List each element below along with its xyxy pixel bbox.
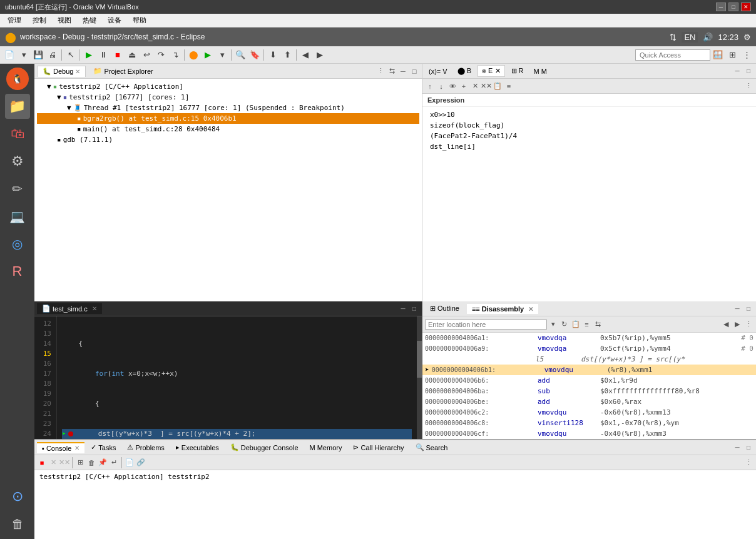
console-remove[interactable]: ✕ [48,458,58,468]
location-dropdown[interactable]: ▾ [548,320,558,330]
registers-tab[interactable]: ⊞ R [508,66,528,76]
expr-add[interactable]: + [459,81,469,91]
disassembly-tab[interactable]: ≡≡ Disassembly ✕ [467,304,538,314]
code-tab-close[interactable]: ✕ [92,305,97,312]
console-minimize[interactable]: ─ [732,443,742,453]
menu-item-help[interactable]: 帮助 [128,14,151,26]
expr-item-1[interactable]: sizeof(block_flag) [425,120,753,131]
save-button[interactable]: 💾 [31,48,45,62]
restore-button[interactable]: □ [728,3,738,11]
perspective-menu[interactable]: ⋮ [740,48,753,62]
step-over[interactable]: ↷ [154,48,168,62]
stop-button[interactable]: ■ [111,48,125,62]
new-perspective[interactable]: ⊞ [725,48,739,62]
dis-view-menu[interactable]: ⋮ [743,320,753,330]
quick-access-input[interactable] [635,49,710,61]
console-scroll-lock[interactable]: ⊞ [75,458,85,468]
tree-item-app[interactable]: ▼ ▪ teststrip2 [C/C++ Application] [37,81,419,92]
vars-tab[interactable]: (x)= V [425,66,451,76]
expr-maximize[interactable]: □ [743,66,753,76]
step-return[interactable]: ↩ [140,48,153,62]
console-maximize[interactable]: □ [743,443,753,453]
debug-button[interactable]: ⬤ [186,48,200,62]
sidebar-terminal[interactable]: 💻 [5,204,30,229]
prev-annot[interactable]: ⬆ [280,48,294,62]
dis-mixed[interactable]: ≡ [582,320,592,330]
pause-button[interactable]: ⏸ [96,48,110,62]
console-tab-memory[interactable]: M Memory [305,443,347,453]
console-pin[interactable]: 📌 [98,458,108,468]
console-word-wrap[interactable]: ↵ [109,458,119,468]
dis-row-0[interactable]: 00000000004006a1: vmovdqa 0x5b7(%rip),%y… [422,333,756,343]
expr-delete[interactable]: ✕ [470,81,480,91]
sidebar-network[interactable]: ◎ [5,231,30,256]
cursor-tool[interactable]: ↖ [64,48,78,62]
disassembly-content[interactable]: 00000000004006a1: vmovdqa 0x5b7(%rip),%y… [422,333,756,439]
debug-maximize[interactable]: □ [409,66,419,76]
menu-item-hotkey[interactable]: 热键 [78,14,101,26]
expr-format[interactable]: ≡ [504,81,514,91]
menu-item-manage[interactable]: 管理 [3,14,26,26]
dis-sync[interactable]: ⇆ [593,320,603,330]
outline-tab[interactable]: ⊞ Outline [425,303,464,314]
menu-item-control[interactable]: 控制 [28,14,51,26]
disassembly-tab-close[interactable]: ✕ [528,306,533,313]
dis-row-4[interactable]: 00000000004006ba: sub $0xfffffffffffffff… [422,386,756,396]
bookmark[interactable]: 🔖 [248,48,262,62]
expr-watch[interactable]: 👁 [447,81,457,91]
search-button[interactable]: 🔍 [233,48,247,62]
next-annot[interactable]: ⬇ [266,48,280,62]
open-perspective[interactable]: 🪟 [711,48,725,62]
debug-view-menu[interactable]: ⋮ [375,66,386,76]
console-tab-search[interactable]: 🔍 Search [411,442,453,453]
sidebar-settings[interactable]: ⚙ [5,149,30,174]
resume-button[interactable]: ▶ [82,48,96,62]
print-button[interactable]: 🖨 [46,48,59,62]
sidebar-app2[interactable]: R [5,259,30,284]
tree-item-frame1[interactable]: ▪ bgra2rgb() at test_simd.c:15 0x4006b1 [37,113,419,124]
expr-view-menu[interactable]: ⋮ [743,81,753,91]
sidebar-store[interactable]: 🛍 [5,121,30,146]
console-tab-executables[interactable]: ▸ Executables [171,442,224,453]
outline-maximize[interactable]: □ [743,304,753,314]
console-open-file[interactable]: 📄 [125,458,135,468]
expr-delete-all[interactable]: ✕✕ [481,81,491,91]
window-controls[interactable]: ─ □ ✕ [716,3,751,11]
expr-item-3[interactable]: dst_line[i] [425,141,753,152]
tree-item-process[interactable]: ▼ ▪ teststrip2 [16777] [cores: 1] [37,92,419,103]
console-view-menu[interactable]: ⋮ [743,458,753,468]
sidebar-files[interactable]: 📁 [5,94,30,119]
code-lines[interactable]: { for(int x=0;x<w;++x) { ➤ dst[(y*w+x)*3… [57,316,417,439]
new-button[interactable]: 📄 [3,48,16,62]
connect-streams[interactable]: ⇆ [387,66,397,76]
code-maximize[interactable]: □ [409,304,419,314]
close-button[interactable]: ✕ [741,3,751,11]
ubuntu-home[interactable]: 🐧 [5,66,30,91]
minimize-button[interactable]: ─ [716,3,726,11]
dis-nav-fwd[interactable]: ▶ [732,320,742,330]
dis-row-3[interactable]: 00000000004006b6: add $0x1,%r9d [422,375,756,386]
dis-row-5[interactable]: 00000000004006be: add $0x60,%rax [422,396,756,407]
dis-refresh[interactable]: ↻ [559,320,570,330]
console-tab-console[interactable]: ▪ Console ✕ [37,442,84,453]
tree-item-gdb[interactable]: ▪ gdb (7.11.1) [37,134,419,145]
disassembly-location-input[interactable] [425,320,547,330]
dis-row-current[interactable]: ➤ 00000000004006b1: vmovdqu (%r8),%xmm1 [422,365,756,375]
expr-minimize[interactable]: ─ [732,66,742,76]
tree-item-thread[interactable]: ▼ 🧵 Thread #1 [teststrip2] 16777 [core: … [37,103,419,113]
debug-tab[interactable]: 🐛 Debug ✕ [37,66,86,77]
expr-expand[interactable]: ↓ [436,81,446,91]
step-into[interactable]: ↴ [168,48,182,62]
dis-copy[interactable]: 📋 [571,320,581,330]
debug-tab-close[interactable]: ✕ [75,68,80,75]
breakpoints-tab[interactable]: ⬤ B [454,66,475,76]
ext-tools[interactable]: ▾ [215,48,229,62]
settings-icon[interactable]: ⚙ [743,33,751,42]
modules-tab[interactable]: M M [530,66,551,76]
sidebar-edit[interactable]: ✏ [5,176,30,201]
tree-item-frame2[interactable]: ▪ main() at test_simd.c:28 0x400484 [37,124,419,134]
debug-minimize[interactable]: ─ [398,66,408,76]
sync-icon[interactable]: ⇅ [670,33,677,42]
expressions-tab[interactable]: ⎈ E ✕ [478,65,504,77]
code-minimize[interactable]: ─ [398,304,408,314]
